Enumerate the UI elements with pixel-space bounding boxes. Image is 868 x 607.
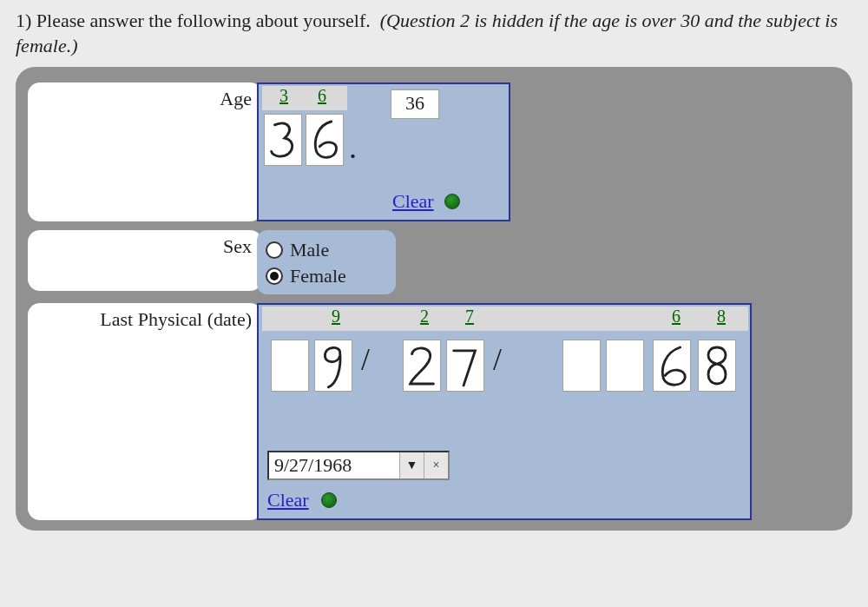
sex-option-female-label: Female bbox=[290, 265, 346, 287]
date-hw-cell-6[interactable] bbox=[653, 340, 691, 392]
age-clear-dot-icon bbox=[444, 194, 460, 209]
chevron-down-icon: ▼ bbox=[406, 459, 418, 472]
date-hw-cell-4[interactable] bbox=[562, 340, 601, 392]
form-panel: Age 3 6 . 36 Clear bbox=[16, 67, 852, 531]
date-reco-digit-3[interactable]: 7 bbox=[457, 307, 483, 327]
handwritten-6-icon bbox=[306, 115, 343, 165]
close-icon: × bbox=[433, 459, 440, 472]
sex-radio-group: Male Female bbox=[257, 230, 396, 294]
date-hw-cell-5[interactable] bbox=[606, 340, 644, 392]
age-hw-cell-1[interactable] bbox=[306, 114, 344, 166]
sex-option-female[interactable]: Female bbox=[266, 265, 384, 287]
age-hw-cell-0[interactable] bbox=[264, 114, 302, 166]
handwritten-6-icon bbox=[654, 340, 690, 391]
row-sex: Sex Male Female bbox=[28, 230, 840, 294]
date-combo[interactable]: 9/27/1968 ▼ × bbox=[267, 451, 450, 480]
date-hw-cell-1[interactable] bbox=[314, 340, 352, 392]
age-label: Age bbox=[220, 88, 252, 110]
row-age: Age 3 6 . 36 Clear bbox=[28, 82, 840, 221]
date-reco-digit-2[interactable]: 2 bbox=[411, 307, 437, 327]
handwritten-7-icon bbox=[447, 340, 483, 391]
handwritten-8-icon bbox=[699, 340, 735, 391]
age-decimal-dot: . bbox=[349, 129, 357, 166]
handwritten-9-icon bbox=[315, 340, 352, 391]
age-reco-digit-1[interactable]: 6 bbox=[309, 86, 335, 106]
date-combo-clear-button[interactable]: × bbox=[424, 452, 448, 478]
date-clear-dot-icon bbox=[321, 492, 337, 508]
date-hw-cell-2[interactable] bbox=[403, 340, 441, 392]
sex-label: Sex bbox=[223, 235, 252, 258]
date-sep-2: / bbox=[493, 341, 502, 378]
handwritten-3-icon bbox=[265, 115, 301, 165]
date-combo-value[interactable]: 9/27/1968 bbox=[269, 452, 399, 478]
date-sep-1: / bbox=[361, 341, 370, 378]
date-reco-digit-7[interactable]: 8 bbox=[708, 307, 734, 327]
age-clear-link[interactable]: Clear bbox=[392, 190, 434, 213]
radio-checked-icon bbox=[266, 267, 283, 285]
sex-option-male[interactable]: Male bbox=[266, 239, 384, 261]
radio-icon bbox=[266, 241, 283, 259]
sex-label-cell: Sex bbox=[28, 230, 262, 291]
question-main: Please answer the following about yourse… bbox=[36, 10, 371, 31]
question-text: 1) Please answer the following about you… bbox=[16, 9, 852, 58]
question-number: 1) bbox=[16, 10, 31, 31]
date-hw-cell-0[interactable] bbox=[271, 340, 309, 392]
date-reco-digit-6[interactable]: 6 bbox=[663, 307, 689, 327]
date-hw-cell-7[interactable] bbox=[698, 340, 736, 392]
row-date: Last Physical (date) 9 2 7 6 8 / bbox=[28, 303, 840, 520]
date-reco-digit-1[interactable]: 9 bbox=[323, 307, 349, 327]
handwritten-2-icon bbox=[404, 340, 440, 391]
date-hw-cell-3[interactable] bbox=[446, 340, 484, 392]
age-numeric-value[interactable]: 36 bbox=[391, 89, 439, 119]
date-label-cell: Last Physical (date) bbox=[28, 303, 262, 520]
date-ink-panel[interactable]: 9 2 7 6 8 / bbox=[257, 303, 752, 520]
age-reco-digit-0[interactable]: 3 bbox=[271, 86, 297, 106]
age-ink-panel[interactable]: 3 6 . 36 Clear bbox=[257, 82, 510, 221]
date-label: Last Physical (date) bbox=[100, 308, 252, 331]
date-combo-dropdown-button[interactable]: ▼ bbox=[399, 452, 424, 478]
age-label-cell: Age bbox=[28, 82, 262, 221]
date-clear-link[interactable]: Clear bbox=[267, 489, 309, 511]
sex-option-male-label: Male bbox=[290, 239, 329, 261]
